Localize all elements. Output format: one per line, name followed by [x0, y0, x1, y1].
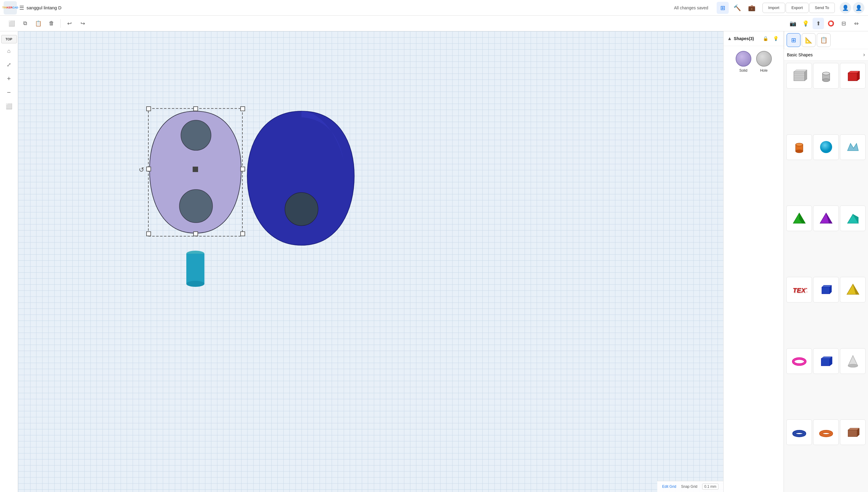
- shape-blue-box-small[interactable]: [813, 277, 839, 302]
- shape-brown[interactable]: [840, 419, 866, 445]
- shapes-grid-button[interactable]: ⊞: [787, 33, 800, 47]
- fit-view-button[interactable]: ⤢: [3, 58, 15, 71]
- shape-striped-box[interactable]: [786, 63, 812, 89]
- redo-button[interactable]: ↪: [77, 18, 88, 29]
- export-button[interactable]: Export: [786, 3, 808, 13]
- svg-marker-43: [822, 285, 831, 287]
- ruler-button[interactable]: 📐: [802, 33, 816, 47]
- topbar: TIN KER CAD ☰ sanggul lintang D All chan…: [0, 0, 868, 16]
- svg-point-32: [820, 141, 832, 153]
- shape-zigzag[interactable]: [840, 134, 866, 160]
- shape-blue-cube[interactable]: [813, 348, 839, 374]
- svg-point-0: [181, 120, 211, 150]
- svg-point-15: [186, 281, 205, 287]
- shapes-canvas[interactable]: ↺: [18, 31, 723, 492]
- action-buttons: Import Export Send To: [763, 3, 835, 13]
- svg-point-24: [822, 72, 830, 75]
- new-button[interactable]: ⬜: [6, 18, 18, 29]
- right-top-icons: ⊞ 📐 📋: [784, 31, 868, 49]
- svg-rect-2: [193, 167, 198, 172]
- bulb-button[interactable]: 💡: [800, 18, 811, 29]
- shape-teal-wedge[interactable]: [840, 205, 866, 231]
- left-sidebar: TOP ⌂ ⤢ + − ⬜: [0, 31, 18, 492]
- hole-option[interactable]: Hole: [756, 51, 772, 73]
- shape-yellow-pyramid[interactable]: [840, 277, 866, 302]
- fit-all-button[interactable]: ⬜: [3, 100, 15, 113]
- solid-option[interactable]: Solid: [736, 51, 751, 73]
- add-user-button[interactable]: 👤: [840, 2, 851, 14]
- shape-left-leaf[interactable]: [149, 111, 241, 233]
- paste-button[interactable]: 📋: [32, 18, 44, 29]
- svg-marker-22: [794, 70, 807, 72]
- svg-point-12: [285, 193, 318, 226]
- svg-rect-7: [146, 167, 151, 171]
- hammer-button[interactable]: 🔨: [731, 2, 743, 14]
- panel-title: Shapes(3): [734, 36, 759, 41]
- mirror-button[interactable]: ⇔: [850, 18, 862, 29]
- shape-red-box[interactable]: [840, 63, 866, 89]
- edit-grid-button[interactable]: Edit Grid: [662, 485, 676, 489]
- camera-button[interactable]: 📷: [787, 18, 799, 29]
- canvas-area[interactable]: ↺ Edit Grid Snap Grid 0.1 mm: [18, 31, 723, 492]
- hole-circle: [756, 51, 772, 67]
- logo: TIN KER CAD: [4, 1, 17, 15]
- undo-button[interactable]: ↩: [64, 18, 75, 29]
- solid-circle: [736, 51, 751, 67]
- svg-rect-10: [193, 232, 198, 236]
- zoom-out-button[interactable]: −: [3, 86, 15, 99]
- shapes-library-header: Basic Shapes ›: [784, 49, 868, 60]
- svg-rect-48: [821, 359, 830, 366]
- shape-white-cone[interactable]: [840, 348, 866, 374]
- panel-header: ▲ Shapes(3) 🔒 💡: [724, 31, 783, 46]
- snap-value[interactable]: 0.1 mm: [702, 484, 719, 490]
- toolbar-divider: [60, 19, 61, 28]
- briefcase-button[interactable]: 💼: [746, 2, 758, 14]
- svg-rect-11: [241, 232, 245, 236]
- home-view-button[interactable]: ⌂: [3, 45, 15, 57]
- shapes-library-chevron[interactable]: ›: [863, 51, 865, 58]
- shape-grey-cylinder[interactable]: [813, 63, 839, 89]
- shape-bottom-cylinder[interactable]: [186, 251, 205, 287]
- send-to-button[interactable]: Send To: [809, 3, 835, 13]
- delete-button[interactable]: 🗑: [46, 18, 57, 29]
- panel-light-button[interactable]: 💡: [772, 34, 780, 43]
- svg-point-25: [822, 79, 830, 82]
- panel-chevron[interactable]: ▲: [727, 36, 732, 41]
- svg-rect-9: [146, 232, 151, 236]
- logo-area: TIN KER CAD ☰ sanggul lintang D: [4, 1, 70, 15]
- shape-text-3d[interactable]: TEXT TEXT: [786, 277, 812, 302]
- saved-status: All changes saved: [674, 5, 708, 10]
- svg-rect-41: [822, 287, 830, 294]
- toolbar: ⬜ ⧉ 📋 🗑 ↩ ↪ 📷 💡 ⬆ ⭕ ⊟ ⇔: [0, 16, 868, 31]
- import-button[interactable]: Import: [763, 3, 785, 13]
- canvas-footer: Edit Grid Snap Grid 0.1 mm: [657, 481, 723, 492]
- shape-blue-torus[interactable]: [786, 419, 812, 445]
- circle-select-button[interactable]: ⭕: [825, 18, 837, 29]
- notes-button[interactable]: 📋: [817, 33, 830, 47]
- view-label-top[interactable]: TOP: [1, 35, 17, 43]
- svg-point-31: [796, 150, 803, 153]
- zoom-in-button[interactable]: +: [3, 72, 15, 85]
- cursor-button[interactable]: ⬆: [813, 18, 824, 29]
- layers-button[interactable]: ⊟: [838, 18, 849, 29]
- shape-right-leaf[interactable]: [247, 111, 354, 245]
- copy-button[interactable]: ⧉: [19, 18, 31, 29]
- shape-orange-cylinder[interactable]: [786, 134, 812, 160]
- shape-blue-sphere[interactable]: [813, 134, 839, 160]
- svg-point-52: [848, 364, 858, 367]
- document-title[interactable]: sanggul lintang D: [26, 5, 62, 10]
- svg-rect-4: [146, 107, 151, 111]
- shape-pink-torus[interactable]: [786, 348, 812, 374]
- profile-button[interactable]: 👤: [853, 2, 864, 14]
- rotate-handle: ↺: [139, 166, 144, 174]
- user-area: 👤 👤: [840, 2, 864, 14]
- shape-orange-donut[interactable]: [813, 419, 839, 445]
- panel-lock-button[interactable]: 🔒: [761, 34, 770, 43]
- shape-green-pyramid[interactable]: [786, 205, 812, 231]
- toolbar-right: 📷 💡 ⬆ ⭕ ⊟ ⇔: [90, 18, 862, 29]
- shapes-grid: TEXT TEXT: [784, 60, 868, 492]
- grid-view-button[interactable]: ⊞: [717, 2, 729, 14]
- svg-rect-57: [848, 430, 857, 437]
- svg-rect-26: [848, 73, 857, 81]
- shape-purple-pyramid[interactable]: [813, 205, 839, 231]
